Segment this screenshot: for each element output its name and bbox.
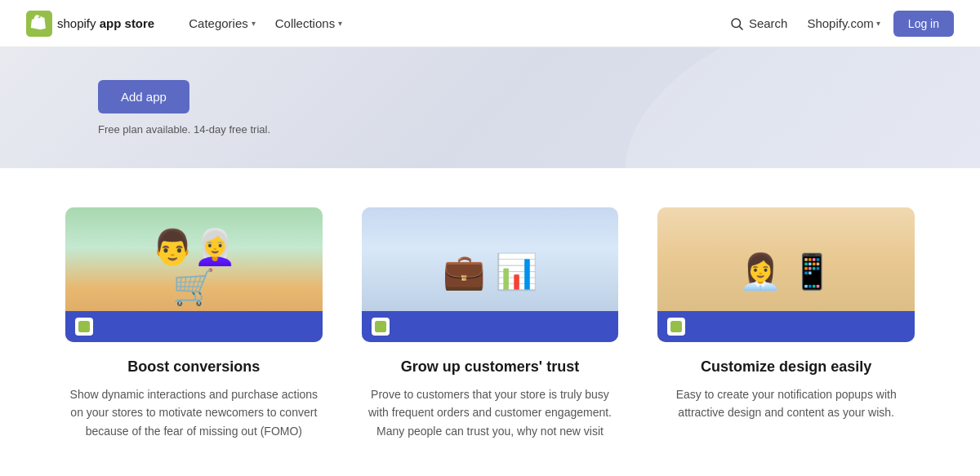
feature-image-design	[657, 207, 915, 342]
hero-banner: Add app Free plan available. 14-day free…	[0, 47, 980, 168]
feature-logo-icon-3	[667, 318, 685, 336]
shopify-logo-icon	[26, 11, 52, 37]
add-app-button[interactable]: Add app	[98, 80, 189, 113]
feature-image-trust	[362, 207, 619, 342]
nav-right: Search Shopify.com ▾ Log in	[723, 11, 954, 37]
navbar: shopify app store Categories ▾ Collectio…	[0, 0, 980, 47]
categories-menu[interactable]: Categories ▾	[180, 11, 264, 35]
login-button[interactable]: Log in	[893, 11, 954, 37]
features-section: Boost conversions Show dynamic interacti…	[0, 168, 980, 476]
search-icon	[729, 16, 744, 31]
logo-text: shopify app store	[57, 16, 154, 30]
feature-title-trust: Grow up customers' trust	[401, 358, 579, 376]
collections-chevron-icon: ▾	[338, 19, 342, 28]
feature-image-bar-2	[362, 311, 619, 342]
feature-desc-trust: Prove to customers that your store is tr…	[362, 385, 619, 440]
categories-chevron-icon: ▾	[252, 19, 256, 28]
svg-point-1	[732, 19, 741, 28]
shopify-com-chevron-icon: ▾	[876, 19, 880, 28]
svg-rect-3	[78, 321, 90, 332]
svg-line-2	[739, 26, 742, 29]
nav-links: Categories ▾ Collections ▾	[180, 11, 723, 35]
shopify-com-link[interactable]: Shopify.com ▾	[807, 16, 880, 30]
feature-logo-icon-1	[75, 318, 93, 336]
search-button[interactable]: Search	[723, 11, 795, 36]
svg-rect-5	[670, 321, 682, 332]
collections-menu[interactable]: Collections ▾	[267, 11, 350, 35]
free-plan-text: Free plan available. 14-day free trial.	[98, 123, 270, 136]
feature-image-boost	[65, 207, 323, 342]
feature-image-bar-1	[65, 311, 323, 342]
feature-card-design: Customize design easily Easy to create y…	[657, 207, 915, 440]
feature-desc-design: Easy to create your notification popups …	[657, 385, 915, 422]
feature-title-design: Customize design easily	[701, 358, 871, 376]
feature-card-boost: Boost conversions Show dynamic interacti…	[65, 207, 323, 440]
feature-card-trust: Grow up customers' trust Prove to custom…	[362, 207, 619, 440]
logo-link[interactable]: shopify app store	[26, 11, 154, 37]
feature-title-boost: Boost conversions	[127, 358, 260, 376]
svg-rect-4	[375, 321, 386, 332]
feature-image-bar-3	[657, 311, 915, 342]
feature-logo-icon-2	[372, 318, 390, 336]
feature-desc-boost: Show dynamic interactions and purchase a…	[65, 385, 323, 440]
